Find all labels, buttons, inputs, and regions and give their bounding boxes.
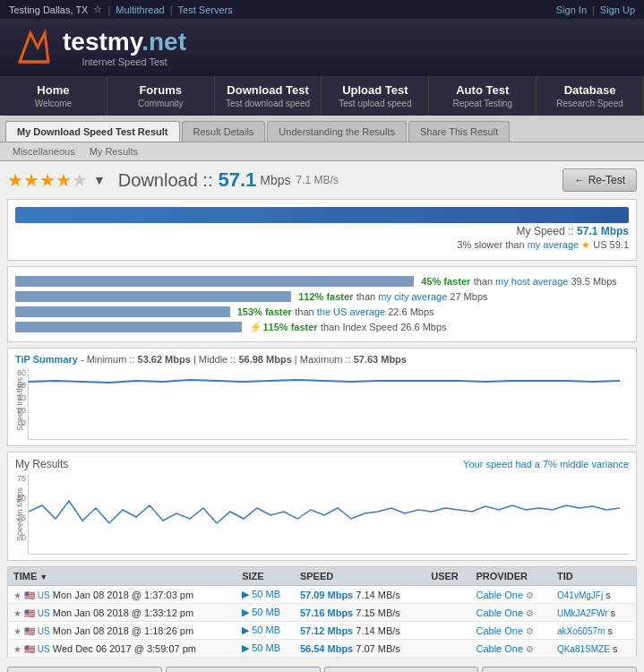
tip-max: 57.63 Mbps — [354, 354, 407, 365]
star-rating: ★★★★★ — [7, 169, 88, 191]
col-speed[interactable]: SPEED — [295, 567, 425, 586]
my-results-chart-container: Speed in Mbps 75 50 25 0 — [15, 474, 629, 555]
table-row: ★ 🇺🇸 US Mon Jan 08 2018 @ 1:37:03 pm ▶ 5… — [8, 586, 637, 604]
my-results-chart-svg — [28, 474, 629, 555]
slower-line: 3% slower than my average ★ US 59.1 — [15, 239, 629, 251]
cell-provider-3: Cable One ⚙ — [470, 640, 552, 658]
my-results-title: My Results — [15, 458, 68, 470]
comp-link-1[interactable]: my city average — [378, 291, 447, 302]
cell-size-1: ▶ 50 MB — [236, 604, 295, 622]
result-speed-unit: Mbps — [260, 173, 290, 187]
cable-one-button[interactable]: 🔌 Cable One — [324, 667, 479, 672]
nav-upload[interactable]: Upload Test Test upload speed — [322, 76, 429, 116]
comp-pct-0: 45% faster — [421, 276, 470, 287]
tip-chart-area: 80 60 40 20 0 — [28, 368, 629, 440]
speed-bar-container: My Speed :: 57.1 Mbps 3% slower than my … — [7, 199, 637, 261]
comp-row-2: 153% faster than the US average 22.6 Mbp… — [15, 306, 629, 318]
tab-share[interactable]: Share This Result — [408, 121, 510, 142]
cell-size-3: ▶ 50 MB — [236, 640, 295, 658]
signin-link[interactable]: Sign In — [556, 4, 587, 15]
comp-pct-1: 112% faster — [298, 291, 353, 302]
cell-speed-1: 57.16 Mbps 7.15 MB/s — [295, 604, 425, 622]
cell-tid-0: O41vMgJFj s — [552, 586, 637, 604]
tab-details[interactable]: Result Details — [182, 121, 266, 142]
provider-settings-icon-0[interactable]: ⚙ — [526, 590, 534, 600]
result-speed-mb: 7.1 MB/s — [296, 174, 339, 186]
cell-provider-2: Cable One ⚙ — [470, 622, 552, 640]
result-title-label: Download :: — [118, 170, 213, 191]
download-arrow-icon: ▼ — [93, 173, 106, 187]
tip-chart-container: Speed in Mbps 80 60 40 20 0 — [15, 368, 629, 440]
provider-settings-icon-2[interactable]: ⚙ — [526, 626, 534, 636]
tip-header: TiP Summary - Minimum :: 53.62 Mbps | Mi… — [15, 354, 629, 365]
comp-bar-2 — [15, 306, 230, 317]
nav-home[interactable]: Home Welcome — [0, 76, 107, 116]
signup-link[interactable]: Sign Up — [600, 4, 635, 15]
my-logged-results-button[interactable]: 📈 My Logged Results — [482, 667, 637, 672]
flag-icon-2: ★ — [13, 626, 21, 636]
test-servers-link[interactable]: Test Servers — [178, 4, 233, 15]
community-graph-button[interactable]: 👥 Community Graph — [166, 667, 321, 672]
tip-mid: 56.98 Mbps — [238, 354, 291, 365]
nav-database[interactable]: Database Research Speed — [537, 76, 644, 116]
comp-pct-2: 153% faster — [237, 306, 292, 317]
cell-speed-2: 57.12 Mbps 7.14 MB/s — [295, 622, 425, 640]
variance-note: Your speed had a 7% middle variance — [463, 459, 629, 470]
cell-user-2 — [425, 622, 470, 640]
comp-link-0[interactable]: my host average — [495, 276, 568, 287]
logo-text: testmy.net Internet Speed Test — [63, 28, 186, 67]
tip-chart-line — [29, 380, 620, 383]
sub-tab-results[interactable]: My Results — [82, 144, 145, 159]
multithread-link[interactable]: Multithread — [116, 4, 164, 15]
provider-settings-icon-3[interactable]: ⚙ — [526, 644, 534, 654]
logo-net: .net — [142, 28, 186, 56]
cell-provider-1: Cable One ⚙ — [470, 604, 552, 622]
col-user[interactable]: USER — [425, 567, 470, 586]
site-header: testmy.net Internet Speed Test — [0, 19, 644, 76]
retest-button[interactable]: ← Re-Test — [562, 168, 637, 192]
tip-link[interactable]: TiP Summary — [15, 354, 78, 365]
logo-icon — [13, 26, 56, 69]
col-tid[interactable]: TID — [552, 567, 637, 586]
table-row: ★ 🇺🇸 US Mon Jan 08 2018 @ 1:18:26 pm ▶ 5… — [8, 622, 637, 640]
tab-understanding[interactable]: Understanding the Results — [267, 121, 407, 142]
col-time[interactable]: TIME ▼ — [8, 567, 237, 586]
sub-tab-misc[interactable]: Miscellaneous — [5, 144, 82, 159]
col-size[interactable]: SIZE — [236, 567, 295, 586]
my-avg-link[interactable]: my average — [528, 239, 579, 250]
col-provider[interactable]: PROVIDER — [470, 567, 552, 586]
nav-forums[interactable]: Forums Community — [107, 76, 215, 116]
table-row: ★ 🇺🇸 US Mon Jan 08 2018 @ 1:33:12 pm ▶ 5… — [8, 604, 637, 622]
result-speed-value: 57.1 — [218, 168, 256, 192]
nav-auto[interactable]: Auto Test Repeat Testing — [429, 76, 537, 116]
main-nav: Home Welcome Forums Community Download T… — [0, 76, 644, 116]
table-header-row: TIME ▼ SIZE SPEED USER PROVIDER TID — [8, 567, 637, 586]
provider-settings-icon-1[interactable]: ⚙ — [526, 608, 534, 618]
comp-link-2[interactable]: the US average — [317, 306, 385, 317]
logo[interactable]: testmy.net Internet Speed Test — [13, 26, 186, 69]
sort-arrow: ▼ — [39, 573, 47, 582]
my-results-line — [29, 501, 620, 523]
table-row: ★ 🇺🇸 US Wed Dec 06 2017 @ 3:59:07 pm ▶ 5… — [8, 640, 637, 658]
results-table: TIME ▼ SIZE SPEED USER PROVIDER TID ★ 🇺🇸… — [7, 566, 637, 658]
my-results-header: My Results Your speed had a 7% middle va… — [15, 458, 629, 470]
tip-chart-svg — [28, 368, 629, 440]
comp-row-0: 45% faster than my host average 39.5 Mbp… — [15, 275, 629, 288]
sub-tabs: Miscellaneous My Results — [0, 142, 644, 161]
cell-speed-3: 56.54 Mbps 7.07 MB/s — [295, 640, 425, 658]
tip-summary: TiP Summary - Minimum :: 53.62 Mbps | Mi… — [7, 348, 637, 446]
tab-result[interactable]: My Download Speed Test Result — [5, 121, 180, 142]
comp-row-3: ⚡ 115% faster than Index Speed 26.6 Mbps — [15, 321, 629, 333]
logo-subtitle: Internet Speed Test — [63, 56, 186, 67]
nav-download[interactable]: Download Test Test download speed — [215, 76, 322, 116]
flag-icon-0: ★ — [13, 590, 21, 600]
my-results-chart-area: 75 50 25 0 — [28, 474, 629, 555]
star-icon: ☆ — [93, 4, 102, 15]
lightning-icon: ⚡ — [249, 321, 262, 333]
cell-size-2: ▶ 50 MB — [236, 622, 295, 640]
main-speed-bar — [15, 207, 629, 223]
top-bar: Testing Dallas, TX ☆ | Multithread | Tes… — [0, 0, 644, 19]
host-graph-button[interactable]: 📊 Host Graph — [7, 667, 162, 672]
cell-tid-2: akXo6057m s — [552, 622, 637, 640]
cell-time-2: ★ 🇺🇸 US Mon Jan 08 2018 @ 1:18:26 pm — [8, 622, 237, 640]
